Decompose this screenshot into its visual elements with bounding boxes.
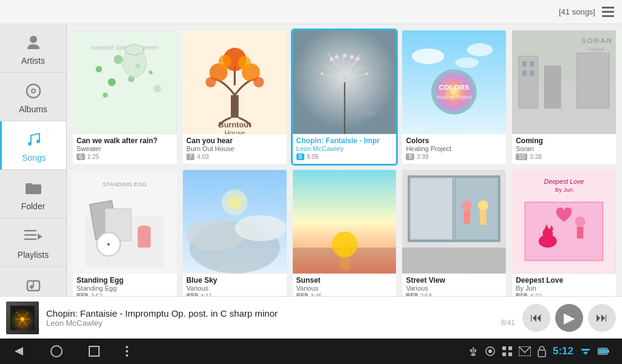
sidebar: Artists Albums Songs xyxy=(0,24,67,296)
svg-point-23 xyxy=(103,92,108,98)
album-card-2[interactable]: Burntout House xyxy=(183,30,287,164)
svg-point-94 xyxy=(228,196,241,209)
album-num-5: 10 xyxy=(516,153,527,160)
svg-rect-138 xyxy=(502,352,506,356)
grid-icon xyxy=(502,346,513,357)
sidebar-item-songs[interactable]: Songs xyxy=(0,121,66,170)
svg-point-85 xyxy=(138,226,151,231)
svg-rect-84 xyxy=(138,228,151,248)
svg-point-6 xyxy=(32,90,35,92)
album-title-3: Chopin: Fantaisie - Impr xyxy=(296,136,393,145)
album-duration-3: 5:05 xyxy=(307,153,318,160)
album-card-5[interactable]: S·O·R·A·N natural Coming Soran 10 3:28 xyxy=(512,30,616,164)
svg-point-132 xyxy=(126,350,128,352)
svg-rect-9 xyxy=(24,230,36,232)
back-button[interactable] xyxy=(12,345,26,358)
svg-point-65 xyxy=(431,69,477,115)
battery-icon xyxy=(598,348,610,355)
prev-button[interactable]: ⏮ xyxy=(522,304,550,332)
now-playing-info: Chopin: Fantaisie - Impromptu Op. post. … xyxy=(46,308,515,328)
svg-rect-108 xyxy=(402,248,506,274)
svg-rect-2 xyxy=(602,15,614,17)
svg-point-3 xyxy=(30,36,37,43)
songs-icon xyxy=(23,129,45,150)
play-button[interactable]: ▶ xyxy=(555,304,583,332)
album-duration-1: 1:25 xyxy=(87,153,99,160)
mail-icon xyxy=(519,346,531,356)
svg-point-35 xyxy=(238,56,251,69)
svg-point-26 xyxy=(125,44,143,55)
sidebar-item-playlists[interactable]: Playlists xyxy=(0,218,66,267)
svg-point-57 xyxy=(355,57,359,61)
album-card-1[interactable]: sweater staccato green xyxy=(73,30,177,164)
album-card-9[interactable]: Street View Various 14 2:58 xyxy=(402,170,506,296)
top-bar: [41 songs] xyxy=(0,0,622,24)
recents-button[interactable] xyxy=(87,345,101,358)
album-card-7[interactable]: Blue Sky Various 12 4:11 xyxy=(183,170,287,296)
svg-point-129 xyxy=(51,346,62,357)
svg-point-92 xyxy=(234,215,286,241)
svg-rect-0 xyxy=(602,7,614,8)
svg-rect-136 xyxy=(502,346,506,350)
svg-point-62 xyxy=(412,49,444,64)
sidebar-item-folder[interactable]: Folder xyxy=(0,170,66,218)
album-title-8: Sunset xyxy=(296,276,393,285)
svg-point-37 xyxy=(253,77,264,87)
now-playing-title: Chopin: Fantaisie - Impromptu Op. post. … xyxy=(46,308,515,318)
svg-point-53 xyxy=(329,57,333,61)
album-artist-4: Healing Project xyxy=(406,145,502,152)
sidebar-item-albums[interactable]: Albums xyxy=(0,73,66,121)
sidebar-label-songs: Songs xyxy=(22,153,46,163)
menu-dots[interactable] xyxy=(125,345,129,358)
svg-text:sweater staccato green: sweater staccato green xyxy=(91,44,158,51)
svg-text:S·O·R·A·N: S·O·R·A·N xyxy=(581,37,612,44)
svg-text:House: House xyxy=(224,129,245,134)
svg-point-17 xyxy=(95,66,102,73)
svg-rect-112 xyxy=(525,202,603,260)
now-playing-artist: Leon McCawley xyxy=(46,318,103,328)
album-duration-4: 3:39 xyxy=(417,153,428,160)
wifi-icon xyxy=(579,346,592,356)
albums-grid: sweater staccato green xyxy=(73,30,616,296)
svg-rect-137 xyxy=(508,346,512,350)
sidebar-label-artists: Artists xyxy=(21,56,45,66)
svg-rect-11 xyxy=(24,238,36,240)
album-title-2: Can you hear xyxy=(186,136,283,145)
svg-rect-76 xyxy=(522,70,526,76)
android-nav-bar: 5:12 xyxy=(0,339,622,364)
list-view-icon[interactable] xyxy=(600,4,616,20)
album-card-3[interactable]: allegro Chopin: Fantaisie - Impr Leon Mc… xyxy=(293,30,397,164)
now-playing-count: 8/41 xyxy=(501,318,515,327)
svg-text:Deepest Love: Deepest Love xyxy=(544,178,584,185)
svg-rect-130 xyxy=(89,346,99,356)
sidebar-item-genre[interactable]: Genre xyxy=(0,267,66,296)
svg-point-135 xyxy=(488,349,492,353)
sidebar-label-playlists: Playlists xyxy=(18,250,49,260)
svg-point-24 xyxy=(153,85,161,93)
svg-rect-146 xyxy=(607,349,609,352)
album-card-8[interactable]: Sunset Various 13 3:45 xyxy=(293,170,397,296)
svg-rect-105 xyxy=(464,211,471,223)
svg-point-87 xyxy=(108,243,110,245)
albums-icon xyxy=(22,80,44,102)
circle-icon xyxy=(485,346,496,357)
svg-marker-12 xyxy=(38,234,43,240)
album-card-6[interactable]: STANDING EGG Standing Egg Standing Egg 1… xyxy=(73,170,177,296)
next-button[interactable]: ⏭ xyxy=(588,304,616,332)
album-card-10[interactable]: Deepest Love By Jun xyxy=(512,170,616,296)
svg-text:natural: natural xyxy=(589,46,604,52)
album-artist-5: Soran xyxy=(516,145,612,152)
svg-rect-71 xyxy=(519,56,538,108)
album-num-1: 6 xyxy=(77,153,85,160)
svg-rect-139 xyxy=(508,352,512,356)
svg-rect-77 xyxy=(530,70,534,76)
home-button[interactable] xyxy=(50,345,63,358)
album-artist-7: Various xyxy=(186,285,283,292)
svg-point-117 xyxy=(575,217,586,227)
album-card-4[interactable]: COLORS Healing Project Colors Healing Pr… xyxy=(402,30,506,164)
svg-point-34 xyxy=(219,55,231,68)
svg-rect-98 xyxy=(339,244,349,271)
sidebar-item-artists[interactable]: Artists xyxy=(0,24,66,73)
album-artist-3: Leon McCawley xyxy=(296,145,393,152)
svg-rect-74 xyxy=(522,61,526,67)
